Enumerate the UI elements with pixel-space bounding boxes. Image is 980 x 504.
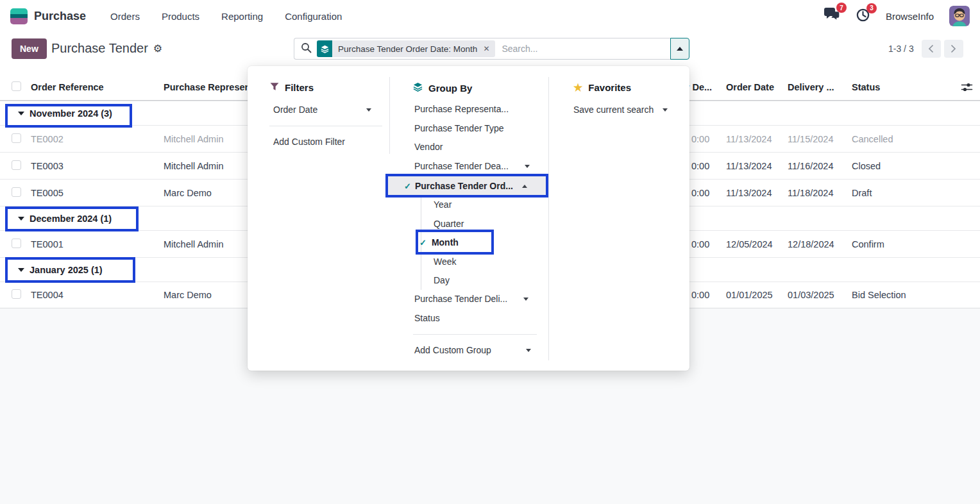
delivery-date: 11/15/2024 xyxy=(788,134,834,144)
pager-range: 1-3 / 3 xyxy=(888,44,914,54)
groupby-section-header: Group By xyxy=(413,82,472,94)
column-divider xyxy=(389,77,390,154)
row-checkbox[interactable] xyxy=(12,187,21,199)
save-current-search[interactable]: Save current search xyxy=(573,105,668,115)
delivery-date: 12/18/2024 xyxy=(788,239,834,249)
order-reference: TE0005 xyxy=(31,188,63,198)
app-name[interactable]: Purchase xyxy=(34,10,86,23)
caret-down-icon xyxy=(663,108,668,112)
order-date: 11/13/2024 xyxy=(726,134,772,144)
caret-up-icon xyxy=(522,185,527,188)
delivery-date: 11/18/2024 xyxy=(788,188,834,198)
groupby-suboption-week[interactable]: Week xyxy=(434,256,457,267)
purchase-representative: Marc Demo xyxy=(164,290,212,300)
order-deadline: 0:00 xyxy=(691,134,709,144)
groupby-item-purchase-tender-order-date[interactable]: ✓ Purchase Tender Ord... xyxy=(388,176,546,196)
layers-icon xyxy=(413,82,423,94)
column-header-delivery[interactable]: Delivery ... xyxy=(788,82,834,92)
row-checkbox[interactable] xyxy=(12,239,21,250)
check-icon: ✓ xyxy=(419,238,427,248)
new-button[interactable]: New xyxy=(12,38,47,59)
facet-close-icon[interactable]: ✕ xyxy=(483,44,495,53)
add-custom-group[interactable]: Add Custom Group xyxy=(414,345,491,355)
row-checkbox[interactable] xyxy=(12,133,21,145)
purchase-representative: Mitchell Admin xyxy=(164,134,223,144)
breadcrumb: Purchase Tender ⚙ xyxy=(51,41,162,56)
groupby-suboption-year[interactable]: Year xyxy=(434,199,452,210)
search-input[interactable] xyxy=(500,43,670,55)
column-divider xyxy=(548,77,549,360)
activities-button[interactable]: 3 xyxy=(856,8,870,25)
groupby-item-purchase-representative[interactable]: Purchase Representa... xyxy=(414,104,509,114)
column-header-status[interactable]: Status xyxy=(852,82,880,92)
groupby-divider xyxy=(413,334,537,335)
order-date: 01/01/2025 xyxy=(726,290,773,300)
order-deadline: 0:00 xyxy=(691,161,709,171)
search-bar: Purchase Tender Order Date: Month ✕ xyxy=(294,38,689,60)
row-checkbox[interactable] xyxy=(12,160,21,172)
search-facet-label: Purchase Tender Order Date: Month xyxy=(332,44,483,54)
search-options-dropdown: Filters Order Date Add Custom Filter Gro… xyxy=(248,66,689,371)
status: Confirm xyxy=(852,239,884,249)
group-label: November 2024 (3) xyxy=(30,108,112,119)
status: Closed xyxy=(852,161,881,171)
main-menu: Orders Products Reporting Configuration xyxy=(110,11,342,22)
order-deadline: 0:00 xyxy=(691,290,709,300)
activities-badge: 3 xyxy=(866,3,877,13)
messages-button[interactable]: 7 xyxy=(823,7,840,25)
top-navbar: Purchase Orders Products Reporting Confi… xyxy=(0,0,980,32)
purchase-representative: Mitchell Admin xyxy=(164,239,223,249)
view-settings-gear-icon[interactable]: ⚙ xyxy=(153,42,162,55)
menu-configuration[interactable]: Configuration xyxy=(285,11,342,22)
order-date: 11/13/2024 xyxy=(726,161,772,171)
search-options-toggle-button[interactable] xyxy=(670,38,689,60)
group-label: December 2024 (1) xyxy=(30,214,112,224)
user-avatar[interactable] xyxy=(949,6,970,26)
caret-down-icon xyxy=(366,108,371,112)
pager-buttons xyxy=(922,40,963,58)
navbar-right: 7 3 BrowseInfo xyxy=(823,6,970,26)
order-date: 11/13/2024 xyxy=(726,188,772,198)
groupby-item-vendor[interactable]: Vendor xyxy=(414,142,443,152)
status: Bid Selection xyxy=(852,290,906,300)
filter-item-order-date[interactable]: Order Date xyxy=(273,105,317,115)
layers-icon xyxy=(317,40,332,57)
purchase-app-icon[interactable] xyxy=(10,8,28,24)
pager-previous-button[interactable] xyxy=(922,40,941,58)
user-name[interactable]: BrowseInfo xyxy=(886,11,934,22)
pager: 1-3 / 3 xyxy=(888,40,963,58)
row-checkbox[interactable] xyxy=(12,289,21,301)
search-input-area[interactable]: Purchase Tender Order Date: Month ✕ xyxy=(294,38,670,60)
select-all-checkbox[interactable] xyxy=(12,81,21,93)
groupby-item-purchase-tender-type[interactable]: Purchase Tender Type xyxy=(414,123,504,133)
order-reference: TE0003 xyxy=(31,161,63,171)
menu-products[interactable]: Products xyxy=(162,11,199,22)
add-custom-filter[interactable]: Add Custom Filter xyxy=(273,137,345,147)
menu-reporting[interactable]: Reporting xyxy=(221,11,263,22)
caret-up-icon xyxy=(677,47,683,51)
order-deadline: 0:00 xyxy=(691,239,709,249)
order-reference: TE0002 xyxy=(31,134,63,144)
page-title: Purchase Tender xyxy=(51,41,148,56)
group-label: January 2025 (1) xyxy=(30,265,103,275)
search-facet-groupby: Purchase Tender Order Date: Month ✕ xyxy=(317,40,495,57)
messages-badge: 7 xyxy=(836,3,847,13)
groupby-item-purchase-tender-delivery[interactable]: Purchase Tender Deli... xyxy=(414,294,507,304)
groupby-item-purchase-tender-deadline[interactable]: Purchase Tender Dea... xyxy=(414,161,509,171)
caret-down-icon xyxy=(526,349,531,352)
groupby-suboption-quarter[interactable]: Quarter xyxy=(434,219,464,229)
groupby-suboption-day[interactable]: Day xyxy=(434,275,450,285)
column-header-order-date[interactable]: Order Date xyxy=(726,82,774,92)
caret-down-icon xyxy=(523,298,528,301)
filter-funnel-icon xyxy=(270,82,279,93)
menu-orders[interactable]: Orders xyxy=(110,11,140,22)
group-expand-caret-icon xyxy=(18,268,24,272)
column-header-order-reference[interactable]: Order Reference xyxy=(31,82,104,92)
pager-next-button[interactable] xyxy=(944,40,963,58)
groupby-item-status[interactable]: Status xyxy=(414,313,440,323)
optional-columns-sliders-icon[interactable] xyxy=(961,81,973,93)
delivery-date: 11/16/2024 xyxy=(788,161,834,171)
caret-down-icon xyxy=(525,165,530,168)
groupby-suboption-month[interactable]: ✓ Month xyxy=(419,237,459,248)
check-icon: ✓ xyxy=(404,181,411,191)
